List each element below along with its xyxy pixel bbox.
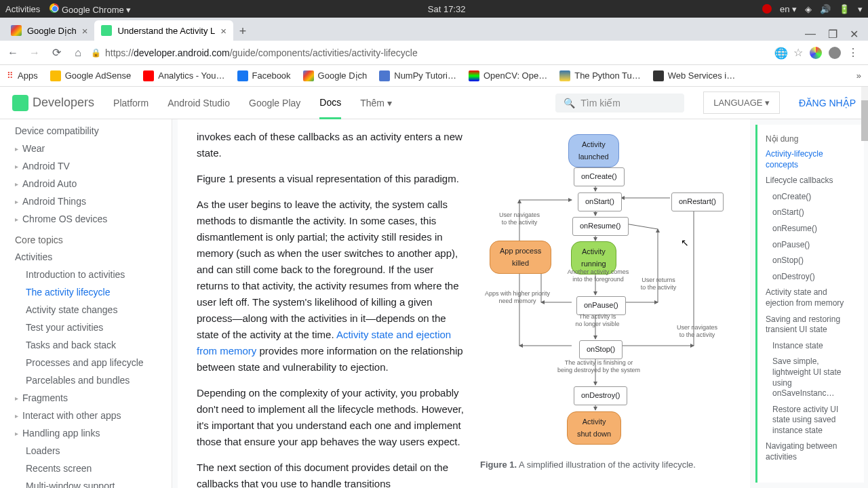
nav-device-compat[interactable]: Device compatibility: [0, 122, 172, 140]
forward-button[interactable]: →: [26, 44, 43, 62]
close-window-button[interactable]: ✕: [850, 28, 859, 41]
nav-chromeos[interactable]: Chrome OS devices: [0, 210, 172, 228]
nav-loaders[interactable]: Loaders: [0, 442, 172, 460]
node-launched: Activity launched: [568, 134, 619, 167]
bookmark-python[interactable]: The Python Tu…: [559, 70, 641, 81]
toc-item[interactable]: onResume(): [757, 221, 864, 237]
nav-fragments[interactable]: Fragments: [0, 389, 172, 407]
bookmarks-bar: ⠿Apps Google AdSense Analytics - You… Fa…: [0, 65, 868, 87]
nav-activities[interactable]: Activities: [0, 248, 172, 266]
toc-item[interactable]: onStart(): [757, 205, 864, 221]
nav-processes[interactable]: Processes and app lifecycle: [0, 354, 172, 371]
lang-indicator[interactable]: en ▾: [780, 4, 797, 14]
nav-studio[interactable]: Android Studio: [167, 98, 230, 108]
toc-item[interactable]: onCreate(): [757, 189, 864, 205]
browser-tabbar: Google Dịch × Understand the Activity L …: [0, 18, 868, 41]
toc-item[interactable]: onPause(): [757, 237, 864, 253]
clock: Sat 17:32: [131, 4, 762, 14]
nav-androidthings[interactable]: Android Things: [0, 192, 172, 210]
url-field[interactable]: 🔒 https://developer.android.com/guide/co…: [91, 47, 770, 58]
activities-menu[interactable]: Activities: [5, 4, 40, 14]
apps-button[interactable]: ⠿Apps: [7, 70, 38, 81]
extension-icon[interactable]: [810, 47, 822, 59]
toc-item[interactable]: Restore activity UI state using saved in…: [757, 402, 864, 439]
bookmarks-overflow[interactable]: »: [856, 70, 861, 81]
toc-item[interactable]: Navigating between activities: [757, 439, 864, 465]
bookmark-adsense[interactable]: Google AdSense: [50, 70, 132, 81]
bookmark-opencv[interactable]: OpenCV: Ope…: [469, 70, 547, 81]
favicon-icon: [101, 25, 112, 36]
toc-item[interactable]: Saving and restoring transient UI state: [757, 312, 864, 338]
node-ondestroy: onDestroy(): [574, 386, 627, 405]
toc-item[interactable]: Activity state and ejection from memory: [757, 285, 864, 311]
nav-state[interactable]: Activity state changes: [0, 301, 172, 319]
menu-icon[interactable]: ⋮: [848, 46, 859, 59]
bookmark-dich[interactable]: Google Dịch: [303, 70, 368, 81]
nav-recents[interactable]: Recents screen: [0, 460, 172, 477]
nav-test[interactable]: Test your activities: [0, 319, 172, 336]
close-icon[interactable]: ×: [220, 25, 226, 37]
nav-lifecycle[interactable]: The activity lifecycle: [0, 283, 172, 301]
node-onstop: onStop(): [579, 340, 623, 359]
language-button[interactable]: LANGUAGE ▾: [703, 92, 780, 114]
reload-button[interactable]: ⟳: [47, 44, 65, 62]
maximize-button[interactable]: ❐: [828, 28, 837, 41]
signin-button[interactable]: ĐĂNG NHẬP: [799, 98, 856, 108]
nav-parcelables[interactable]: Parcelables and bundles: [0, 371, 172, 389]
nav-applinks[interactable]: Handling app links: [0, 424, 172, 442]
close-icon[interactable]: ×: [82, 25, 88, 37]
logo[interactable]: Developers: [12, 95, 94, 111]
nav-androidtv[interactable]: Android TV: [0, 157, 172, 175]
address-bar: ← → ⟳ ⌂ 🔒 https://developer.android.com/…: [0, 41, 868, 65]
node-killed: App process killed: [490, 241, 551, 274]
minimize-button[interactable]: —: [805, 28, 816, 41]
left-nav[interactable]: Device compatibility Wear Android TV And…: [0, 119, 172, 488]
toc-item[interactable]: onDestroy(): [757, 269, 864, 285]
app-menu[interactable]: Google Chrome ▾: [50, 3, 131, 15]
volume-icon[interactable]: 🔊: [820, 4, 831, 14]
bookmark-numpy[interactable]: NumPy Tutori…: [379, 70, 456, 81]
nav-wear[interactable]: Wear: [0, 140, 172, 157]
scrollbar-thumb[interactable]: [861, 100, 868, 141]
search-icon: 🔍: [564, 98, 575, 108]
bookmark-facebook[interactable]: Facebook: [237, 70, 291, 81]
bookmark-analytics[interactable]: Analytics - You…: [143, 70, 224, 81]
nav-interact[interactable]: Interact with other apps: [0, 407, 172, 424]
search-input[interactable]: 🔍Tìm kiếm: [555, 94, 684, 113]
nav-docs[interactable]: Docs: [319, 97, 341, 119]
toc-item[interactable]: onStop(): [757, 253, 864, 269]
node-onresume: onResume(): [572, 217, 629, 236]
star-icon[interactable]: ☆: [793, 46, 803, 59]
back-button[interactable]: ←: [4, 44, 22, 62]
toc-item[interactable]: Activity-lifecycle concepts: [757, 146, 864, 173]
nav-section-core: Core topics: [0, 228, 172, 248]
bookmark-webservices[interactable]: Web Services i…: [653, 70, 735, 81]
translate-icon[interactable]: 🌐: [774, 47, 787, 59]
record-indicator[interactable]: [762, 4, 772, 14]
nav-tasks[interactable]: Tasks and back stack: [0, 336, 172, 354]
nav-platform[interactable]: Platform: [113, 98, 149, 108]
wifi-icon[interactable]: ◈: [805, 4, 812, 14]
tab-activity-lifecycle[interactable]: Understand the Activity L ×: [94, 20, 233, 41]
main-content: Activity launched onCreate() onStart() o…: [178, 119, 750, 488]
toc-item[interactable]: Lifecycle callbacks: [757, 173, 864, 189]
lock-icon: 🔒: [91, 48, 101, 58]
os-topbar: Activities Google Chrome ▾ Sat 17:32 en …: [0, 0, 868, 18]
lifecycle-figure: Activity launched onCreate() onStart() o…: [480, 129, 731, 472]
power-icon[interactable]: ▾: [858, 4, 863, 14]
new-tab-button[interactable]: +: [233, 22, 252, 41]
nav-intro[interactable]: Introduction to activities: [0, 266, 172, 283]
profile-icon[interactable]: [829, 47, 841, 59]
toc-header: Nội dung: [757, 131, 864, 146]
toc-item[interactable]: Save simple, lightweight UI state using …: [757, 354, 864, 401]
toc-item[interactable]: Instance state: [757, 338, 864, 354]
nav-play[interactable]: Google Play: [249, 98, 300, 108]
tab-google-dich[interactable]: Google Dịch ×: [4, 20, 94, 41]
home-button[interactable]: ⌂: [69, 44, 87, 62]
battery-icon[interactable]: 🔋: [839, 4, 850, 14]
figure-caption: Figure 1. A simplified illustration of t…: [480, 458, 731, 472]
node-onstart: onStart(): [578, 192, 622, 211]
nav-androidauto[interactable]: Android Auto: [0, 175, 172, 192]
nav-multiwin[interactable]: Multi-window support: [0, 477, 172, 488]
nav-more[interactable]: Thêm ▾: [360, 98, 392, 108]
